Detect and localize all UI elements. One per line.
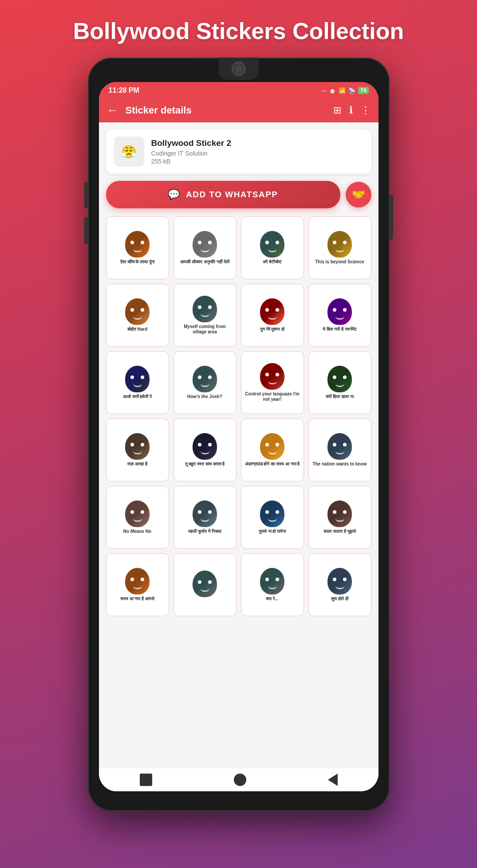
sticker-label: आपकी औकात अनुमति नहीं देती (180, 259, 229, 265)
page-title: Bollywood Stickers Collection (73, 18, 404, 44)
pack-details: Bollywood Sticker 2 Codinger IT Solution… (151, 138, 363, 165)
sticker-label: पहली फुर्सत में निकल (188, 529, 221, 534)
app-bar: ← Sticker details ⊞ ℹ ⋮ (99, 98, 378, 122)
nav-bar (99, 768, 378, 791)
sticker-label: समय आ गया है आपसे (120, 596, 154, 602)
sticker-face-5 (193, 296, 217, 322)
nav-back-icon[interactable] (328, 774, 338, 786)
sticker-label: ऐसा खींच के लाफा दूंगा (120, 259, 154, 265)
sticker-label: No Means No (123, 529, 151, 534)
pack-name: Bollywood Sticker 2 (151, 138, 363, 148)
sticker-face-6 (260, 298, 284, 325)
sticker-item[interactable]: How's the Josh? (173, 351, 237, 414)
grid-icon[interactable]: ⊞ (333, 105, 341, 116)
sticker-item[interactable]: The nation wants to know (308, 418, 371, 481)
sticker-face-15 (327, 433, 352, 460)
share-icon: 🤝 (352, 188, 365, 201)
sticker-face-1 (193, 231, 217, 258)
sticker-label: How's the Josh? (187, 394, 222, 399)
volume-up-button (84, 182, 88, 208)
sticker-item[interactable]: समय आ गया है आपसे (106, 553, 169, 616)
sticker-item[interactable]: Control your languaze I'm not yaar! (241, 351, 304, 414)
nav-recents-icon[interactable] (140, 774, 152, 786)
sticker-item[interactable]: This is beyond Science (308, 216, 371, 279)
sticker-face-3 (327, 231, 352, 258)
sticker-label: तुम मेरे दुश्मन हो (260, 327, 284, 332)
add-btn-container: 💬 ADD TO WHATSAPP 🤝 (106, 181, 371, 208)
sticker-item[interactable]: No Means No (106, 486, 169, 549)
stickers-grid: ऐसा खींच के लाफा दूंगाआपकी औकात अनुमति न… (106, 216, 371, 616)
more-options-icon[interactable]: ⋮ (361, 105, 371, 116)
sticker-face-23 (327, 568, 352, 594)
sticker-face-19 (327, 500, 352, 527)
sticker-face-11 (327, 366, 352, 392)
sticker-face-4 (125, 298, 150, 325)
sticker-face-16 (125, 500, 150, 527)
sticker-label: तुमसे ना हो पायेगा (259, 529, 286, 534)
sticker-label: शुरू होते ही (331, 596, 348, 602)
sticker-label: The nation wants to know (312, 461, 367, 467)
sticker-item[interactable] (173, 553, 237, 616)
sticker-item[interactable]: तुमसे ना हो पायेगा (241, 486, 304, 549)
sticker-label: क्यों हिला डाला ना (326, 394, 353, 399)
sticker-item[interactable]: ये बिक गयी है गवर्नमेंट (308, 284, 371, 347)
sticker-item[interactable]: तू बहुत मस्त काम करता है (173, 418, 237, 481)
content-area: 😤 Bollywood Sticker 2 Codinger IT Soluti… (99, 122, 378, 768)
back-button[interactable]: ← (107, 103, 118, 117)
sticker-item[interactable]: मज़ा आरहा है (106, 418, 169, 481)
sticker-label: अंडरग्राउंड होने का समय आ गया है (245, 461, 300, 467)
camera-lens (231, 61, 247, 77)
phone-screen: 11:28 PM ··· ⏰ 📶 📡 74 ← Sticker details … (99, 82, 378, 791)
camera-bump (219, 58, 259, 80)
status-icons: ··· ⏰ 📶 📡 74 (321, 87, 368, 94)
pack-author: Codinger IT Solution (151, 150, 363, 157)
battery-indicator: 74 (358, 87, 368, 94)
phone-device: 11:28 PM ··· ⏰ 📶 📡 74 ← Sticker details … (88, 58, 390, 811)
sticker-item[interactable]: क्यों हिला डाला ना (308, 351, 371, 414)
sticker-face-10 (260, 363, 284, 390)
alarm-icon: ⏰ (329, 87, 336, 94)
sticker-item[interactable]: Myself coming from village area (173, 284, 237, 347)
sticker-face-17 (193, 500, 217, 527)
nav-home-icon[interactable] (234, 774, 246, 786)
sticker-label: Myself coming from village area (177, 324, 233, 335)
app-bar-icons: ⊞ ℹ ⋮ (333, 105, 371, 116)
pack-thumbnail: 😤 (114, 137, 144, 167)
sticker-label: तू बहुत मस्त काम करता है (185, 461, 225, 467)
sticker-face-18 (260, 500, 284, 527)
status-time: 11:28 PM (109, 86, 139, 94)
sticker-item[interactable]: ऐसा खींच के लाफा दूंगा (106, 216, 169, 279)
sticker-face-9 (193, 366, 217, 392)
sticker-item[interactable]: पहली फुर्सत में निकल (173, 486, 237, 549)
sticker-label: ये बिक गयी है गवर्नमेंट (323, 327, 356, 332)
sticker-item[interactable]: आओ कभी हवेली पे (106, 351, 169, 414)
sticker-label: आओ कभी हवेली पे (123, 394, 152, 399)
pack-size: 255 kB (151, 158, 363, 165)
sticker-label: बोहोत Hard (127, 327, 148, 332)
whatsapp-icon: 💬 (168, 189, 181, 200)
status-bar: 11:28 PM ··· ⏰ 📶 📡 74 (99, 82, 378, 98)
sticker-label: क्या रे... (266, 596, 278, 602)
sticker-face-21 (193, 571, 217, 597)
signal-bars-icon: 📶 (339, 87, 346, 94)
sticker-face-12 (125, 433, 150, 460)
sticker-item[interactable]: आपकी औकात अनुमति नहीं देती (173, 216, 237, 279)
sticker-label: साला जलता है मुझसे (323, 529, 355, 534)
sticker-face-2 (260, 231, 284, 258)
sticker-face-14 (260, 433, 284, 460)
add-to-whatsapp-label: ADD TO WHATSAPP (186, 190, 278, 199)
sticker-item[interactable]: बोहोत Hard (106, 284, 169, 347)
sticker-item[interactable]: साला जलता है मुझसे (308, 486, 371, 549)
signal-dots-icon: ··· (321, 87, 326, 94)
add-to-whatsapp-button[interactable]: 💬 ADD TO WHATSAPP (106, 181, 340, 208)
sticker-item[interactable]: तुम मेरे दुश्मन हो (241, 284, 304, 347)
info-icon[interactable]: ℹ (349, 105, 353, 116)
sticker-item[interactable]: शुरू होते ही (308, 553, 371, 616)
sticker-item[interactable]: अरे बेटीचोद! (241, 216, 304, 279)
share-button[interactable]: 🤝 (346, 182, 371, 207)
sticker-item[interactable]: अंडरग्राउंड होने का समय आ गया है (241, 418, 304, 481)
wifi-icon: 📡 (348, 87, 355, 94)
sticker-item[interactable]: क्या रे... (241, 553, 304, 616)
sticker-face-20 (125, 568, 150, 594)
sticker-face-22 (260, 568, 284, 594)
